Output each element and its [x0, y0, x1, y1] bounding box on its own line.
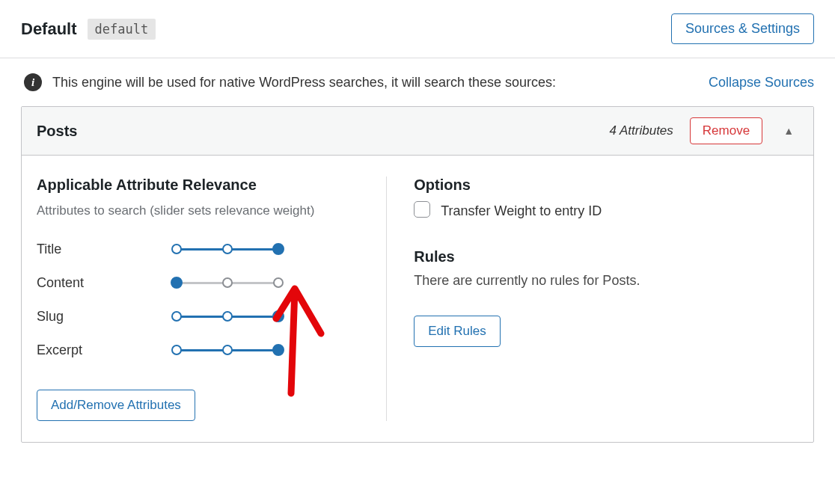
- slider-step-dot[interactable]: [272, 310, 284, 322]
- edit-rules-button[interactable]: Edit Rules: [414, 316, 500, 347]
- sources-settings-button[interactable]: Sources & Settings: [671, 13, 814, 44]
- slider-step-dot[interactable]: [272, 344, 284, 356]
- slider-step-dot[interactable]: [222, 277, 233, 288]
- attribute-rows: TitleContentSlugExcerpt: [37, 242, 359, 358]
- slider-step-dot[interactable]: [222, 244, 233, 254]
- info-text: This engine will be used for native Word…: [52, 75, 556, 90]
- slider-step-dot[interactable]: [273, 277, 284, 288]
- attributes-heading: Applicable Attribute Relevance: [37, 176, 359, 194]
- chevron-up-icon[interactable]: ▲: [779, 122, 798, 140]
- slider-step-dot[interactable]: [171, 311, 182, 322]
- info-left: i This engine will be used for native Wo…: [24, 73, 556, 91]
- collapse-sources-link[interactable]: Collapse Sources: [709, 75, 814, 90]
- slider-step-dot[interactable]: [171, 277, 183, 289]
- relevance-slider[interactable]: [171, 242, 284, 256]
- engine-title-group: Default default: [21, 19, 156, 40]
- options-rules-column: Options Transfer Weight to entry ID Rule…: [387, 176, 798, 421]
- attribute-count: 4 Attributes: [609, 123, 673, 138]
- attribute-label: Excerpt: [37, 342, 171, 358]
- slider-step-dot[interactable]: [171, 244, 182, 254]
- attributes-subtext: Attributes to search (slider sets releva…: [37, 201, 359, 221]
- relevance-slider[interactable]: [171, 310, 284, 323]
- info-bar: i This engine will be used for native Wo…: [0, 58, 835, 106]
- panel-header: Posts 4 Attributes Remove ▲: [22, 107, 813, 156]
- info-icon: i: [24, 73, 42, 91]
- source-panel-posts: Posts 4 Attributes Remove ▲ Applicable A…: [21, 106, 814, 443]
- options-heading: Options: [414, 176, 798, 194]
- top-bar: Default default Sources & Settings: [0, 0, 835, 58]
- add-remove-attributes-button[interactable]: Add/Remove Attributes: [37, 390, 195, 421]
- panel-title: Posts: [37, 123, 77, 140]
- attribute-label: Content: [37, 275, 171, 291]
- attribute-label: Slug: [37, 309, 171, 325]
- remove-source-button[interactable]: Remove: [690, 117, 762, 144]
- panel-body: Applicable Attribute Relevance Attribute…: [22, 156, 813, 442]
- slider-step-dot[interactable]: [272, 243, 284, 255]
- engine-name: Default: [21, 19, 77, 39]
- attributes-column: Applicable Attribute Relevance Attribute…: [37, 176, 387, 421]
- rules-empty-text: There are currently no rules for Posts.: [414, 273, 798, 289]
- engine-slug-tag: default: [88, 19, 156, 40]
- transfer-weight-label: Transfer Weight to entry ID: [441, 201, 602, 221]
- transfer-weight-checkbox[interactable]: [414, 201, 430, 218]
- attribute-row: Slug: [37, 309, 359, 325]
- attribute-label: Title: [37, 242, 171, 257]
- panel-header-right: 4 Attributes Remove ▲: [609, 117, 798, 144]
- slider-step-dot[interactable]: [222, 311, 233, 322]
- slider-step-dot[interactable]: [171, 345, 182, 355]
- attribute-row: Title: [37, 242, 359, 257]
- slider-step-dot[interactable]: [222, 345, 233, 355]
- attribute-row: Content: [37, 275, 359, 291]
- rules-heading: Rules: [414, 248, 798, 265]
- relevance-slider[interactable]: [171, 276, 284, 289]
- attribute-row: Excerpt: [37, 342, 359, 358]
- relevance-slider[interactable]: [171, 343, 284, 357]
- transfer-weight-row: Transfer Weight to entry ID: [414, 201, 623, 221]
